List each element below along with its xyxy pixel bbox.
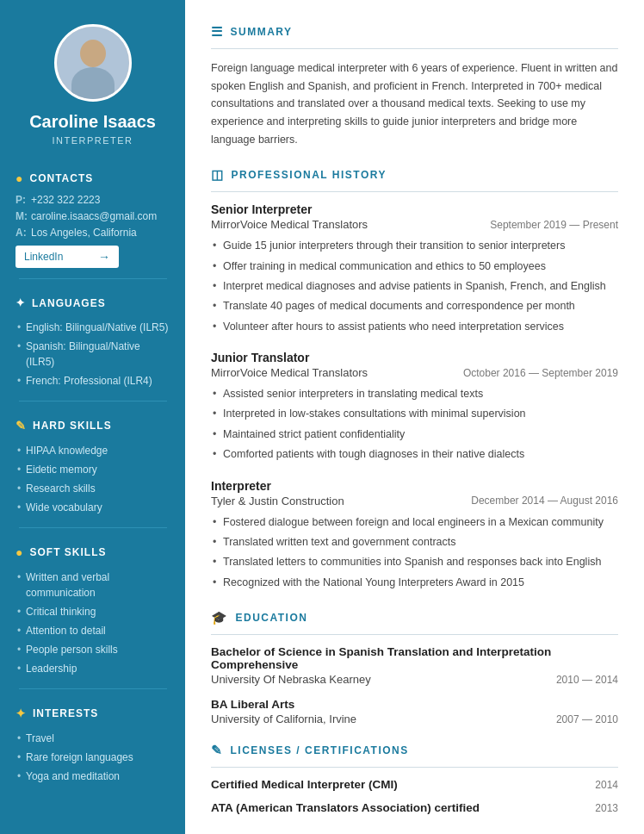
sidebar-divider-1 [19, 278, 167, 279]
avatar-section: Caroline Isaacs INTERPRETER [21, 0, 164, 159]
job-2-company: MirrorVoice Medical Translators [211, 366, 368, 379]
sidebar-divider-3 [19, 527, 167, 528]
summary-title: ☰ SUMMARY [211, 24, 618, 40]
education-divider [211, 634, 618, 635]
phone-row: P: +232 322 2223 [15, 194, 170, 206]
avatar [54, 24, 132, 102]
sidebar-divider-4 [19, 688, 167, 689]
hard-skills-icon: ✎ [15, 419, 27, 433]
sidebar: Caroline Isaacs INTERPRETER ● CONTACTS P… [0, 0, 185, 834]
list-item: Yoga and meditation [15, 767, 170, 786]
hard-skills-list: HIPAA knowledge Eidetic memory Research … [15, 441, 170, 517]
linkedin-label: LinkedIn [24, 251, 63, 263]
contacts-title: ● CONTACTS [15, 171, 170, 185]
interests-section: ✦ INTERESTS Travel Rare foreign language… [0, 694, 185, 791]
edu-1: Bachelor of Science in Spanish Translati… [211, 645, 618, 686]
linkedin-arrow-icon: → [98, 250, 110, 264]
list-item: Maintained strict patient confidentialit… [211, 425, 618, 445]
summary-section: ☰ SUMMARY Foreign language medical inter… [211, 24, 618, 148]
job-3-company: Tyler & Justin Construction [211, 495, 344, 507]
education-section: 🎓 EDUCATION Bachelor of Science in Spani… [211, 610, 618, 725]
list-item: Translated written text and government c… [211, 532, 618, 552]
professional-section: ◫ PROFESSIONAL HISTORY Senior Interprete… [211, 167, 618, 593]
list-item: Rare foreign languages [15, 748, 170, 767]
summary-divider [211, 48, 618, 49]
hard-skills-title: ✎ HARD SKILLS [15, 419, 170, 433]
languages-list: English: Bilingual/Native (ILR5) Spanish… [15, 318, 170, 390]
email-label: M: [15, 210, 28, 222]
list-item: Research skills [15, 479, 170, 498]
list-item: Attention to detail [15, 621, 170, 640]
list-item: Critical thinking [15, 602, 170, 621]
education-icon: 🎓 [211, 610, 229, 626]
professional-icon: ◫ [211, 167, 225, 183]
job-3-title: Interpreter [211, 479, 618, 493]
job-1-title: Senior Interpreter [211, 202, 618, 216]
contacts-section: ● CONTACTS P: +232 322 2223 M: caroline.… [0, 159, 185, 273]
list-item: Translated letters to communities into S… [211, 552, 618, 572]
list-item: Interpreted in low-stakes consultations … [211, 404, 618, 424]
languages-title: ✦ LANGUAGES [15, 296, 170, 309]
job-1-dates: September 2019 — Present [490, 219, 618, 231]
certifications-icon: ✎ [211, 743, 224, 758]
list-item: Comforted patients with tough diagnoses … [211, 445, 618, 464]
job-2-dates: October 2016 — September 2019 [463, 367, 618, 379]
list-item: Travel [15, 729, 170, 748]
soft-skills-icon: ● [15, 545, 23, 559]
list-item: People person skills [15, 640, 170, 659]
interests-list: Travel Rare foreign languages Yoga and m… [15, 729, 170, 786]
address-label: A: [15, 227, 28, 239]
cert-1: Certified Medical Interpreter (CMI) 2014 [211, 778, 618, 791]
list-item: HIPAA knowledge [15, 441, 170, 460]
edu-2: BA Liberal Arts University of California… [211, 698, 618, 725]
edu-2-school: University of California, Irvine [211, 713, 356, 725]
certifications-divider [211, 767, 618, 768]
cert-1-name: Certified Medical Interpreter (CMI) [211, 778, 398, 791]
edu-1-years: 2010 — 2014 [556, 674, 618, 686]
professional-title: ◫ PROFESSIONAL HISTORY [211, 167, 618, 183]
person-title: INTERPRETER [52, 135, 133, 146]
edu-1-degree: Bachelor of Science in Spanish Translati… [211, 645, 618, 671]
interests-icon: ✦ [15, 706, 27, 720]
main-content: ☰ SUMMARY Foreign language medical inter… [185, 0, 644, 834]
job-1: Senior Interpreter MirrorVoice Medical T… [211, 202, 618, 337]
sidebar-divider-2 [19, 401, 167, 401]
person-name: Caroline Isaacs [29, 112, 156, 132]
list-item: Spanish: Bilingual/Native (ILR5) [15, 337, 170, 371]
soft-skills-title: ● SOFT SKILLS [15, 545, 170, 559]
job-2: Junior Translator MirrorVoice Medical Tr… [211, 351, 618, 465]
list-item: Recognized with the National Young Inter… [211, 573, 618, 593]
languages-section: ✦ LANGUAGES English: Bilingual/Native (I… [0, 284, 185, 395]
cert-2: ATA (American Translators Association) c… [211, 801, 618, 814]
list-item: Eidetic memory [15, 460, 170, 479]
cert-1-year: 2014 [595, 779, 618, 791]
edu-1-school-row: University Of Nebraska Kearney 2010 — 20… [211, 673, 618, 686]
list-item: English: Bilingual/Native (ILR5) [15, 318, 170, 337]
job-2-company-row: MirrorVoice Medical Translators October … [211, 366, 618, 379]
list-item: Fostered dialogue between foreign and lo… [211, 513, 618, 532]
email-row: M: caroline.isaacs@gmail.com [15, 210, 170, 222]
certifications-section: ✎ LICENSES / CERTIFICATIONS Certified Me… [211, 743, 618, 814]
summary-icon: ☰ [211, 24, 224, 40]
job-2-title: Junior Translator [211, 351, 618, 364]
job-3-bullets: Fostered dialogue between foreign and lo… [211, 513, 618, 594]
hard-skills-section: ✎ HARD SKILLS HIPAA knowledge Eidetic me… [0, 407, 185, 522]
linkedin-button[interactable]: LinkedIn → [15, 246, 119, 268]
interests-title: ✦ INTERESTS [15, 706, 170, 720]
phone-label: P: [15, 194, 28, 206]
list-item: Assisted senior interpreters in translat… [211, 384, 618, 404]
soft-skills-list: Written and verbal communication Critica… [15, 568, 170, 678]
list-item: Volunteer after hours to assist patients… [211, 317, 618, 337]
edu-2-school-row: University of California, Irvine 2007 — … [211, 713, 618, 725]
education-title: 🎓 EDUCATION [211, 610, 618, 626]
list-item: Offer training in medical communication … [211, 257, 618, 277]
edu-2-degree: BA Liberal Arts [211, 698, 618, 711]
edu-2-years: 2007 — 2010 [556, 713, 618, 725]
list-item: Written and verbal communication [15, 568, 170, 602]
job-3: Interpreter Tyler & Justin Construction … [211, 479, 618, 594]
list-item: French: Professional (ILR4) [15, 371, 170, 390]
job-3-dates: December 2014 — August 2016 [471, 495, 618, 507]
email-value: caroline.isaacs@gmail.com [31, 210, 157, 222]
contacts-icon: ● [15, 171, 23, 185]
job-1-bullets: Guide 15 junior interpreters through the… [211, 236, 618, 337]
